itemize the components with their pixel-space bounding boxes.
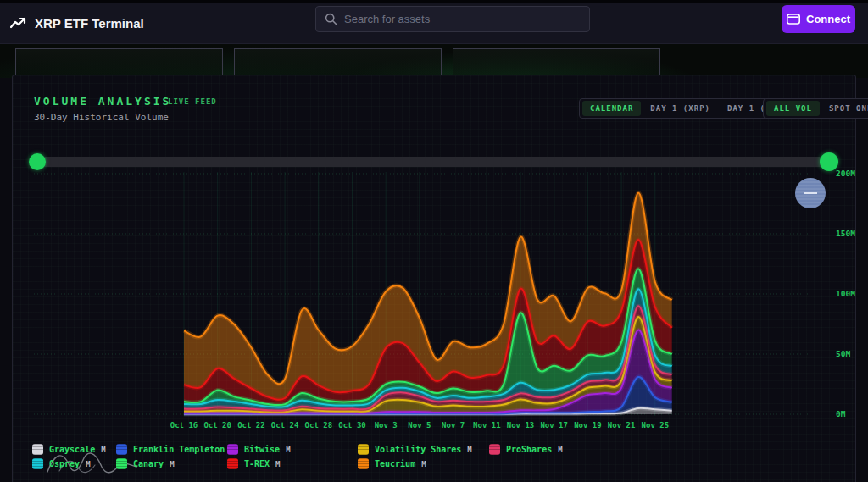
y-tick-label: 50M: [836, 349, 850, 358]
legend-item-bitwise[interactable]: BitwiseM: [227, 444, 291, 455]
legend-label: Bitwise: [244, 445, 280, 454]
legend-swatch: [489, 444, 500, 455]
legend-label: Teucrium: [375, 459, 415, 468]
x-tick-label: Oct 24: [271, 421, 299, 429]
legend-label: Osprey: [49, 459, 80, 468]
legend-swatch: [32, 444, 43, 455]
day1-xrp-button[interactable]: DAY 1 (XRP): [643, 101, 718, 116]
x-tick-label: Nov 21: [608, 421, 636, 429]
legend-item-teucrium[interactable]: TeucriumM: [358, 458, 426, 469]
legend-badge: M: [286, 446, 290, 454]
legend-label: ProShares: [506, 445, 552, 454]
legend-badge: M: [101, 446, 105, 454]
y-tick-label: 150M: [836, 229, 855, 238]
connect-button[interactable]: Connect: [782, 5, 855, 33]
search-input[interactable]: [344, 13, 581, 25]
connect-label: Connect: [806, 13, 850, 25]
calendar-button[interactable]: CALENDAR: [582, 101, 641, 116]
spot-only-button[interactable]: SPOT ONLY: [821, 101, 868, 116]
legend-label: Canary: [133, 459, 164, 468]
x-tick-label: Nov 7: [442, 421, 465, 429]
search-box: [315, 6, 590, 32]
legend-badge: M: [170, 460, 174, 468]
volume-filter-group: ALL VOL SPOT ONLY: [763, 98, 868, 119]
legend-label: Volatility Shares: [375, 445, 461, 454]
legend-swatch: [358, 444, 369, 455]
legend-item-volatility-shares[interactable]: Volatility SharesM: [358, 444, 472, 455]
x-tick-label: Nov 25: [642, 421, 670, 429]
legend-label: Franklin Templeton: [133, 445, 225, 454]
x-tick-label: Oct 20: [203, 421, 231, 429]
legend-swatch: [358, 458, 369, 469]
legend-label: Grayscale: [49, 445, 95, 454]
x-tick-label: Nov 13: [507, 421, 535, 429]
legend-item-t-rex[interactable]: T-REXM: [227, 458, 281, 469]
panel-title: VOLUME ANALYSIS: [34, 95, 171, 108]
legend-badge: M: [558, 446, 562, 454]
volume-analysis-panel: [12, 75, 856, 482]
brand: XRP ETF Terminal: [10, 16, 144, 31]
app-title: XRP ETF Terminal: [35, 16, 144, 30]
x-tick-label: Oct 22: [237, 421, 265, 429]
y-tick-label: 100M: [836, 289, 855, 298]
legend-swatch: [116, 458, 127, 469]
x-tick-label: Nov 11: [473, 421, 501, 429]
search-icon: [325, 13, 337, 25]
zoom-out-button[interactable]: [795, 178, 826, 208]
legend-badge: M: [275, 460, 280, 468]
legend-item-proshares[interactable]: ProSharesM: [489, 444, 563, 455]
slider-handle-left[interactable]: [29, 153, 46, 170]
x-tick-label: Nov 5: [408, 421, 431, 429]
x-tick-label: Nov 19: [574, 421, 602, 429]
legend-label: T-REX: [244, 459, 270, 468]
legend-badge: M: [86, 460, 90, 468]
y-tick-label: 0M: [836, 409, 845, 418]
x-tick-label: Nov 3: [375, 421, 398, 429]
all-vol-button[interactable]: ALL VOL: [766, 101, 820, 116]
wallet-icon: [787, 14, 800, 25]
chart-line-icon: [10, 16, 27, 31]
legend-swatch: [227, 444, 238, 455]
legend-swatch: [116, 444, 127, 455]
x-tick-label: Nov 17: [540, 421, 568, 429]
legend-item-grayscale[interactable]: GrayscaleM: [32, 444, 106, 455]
live-feed-badge: LIVE FEED: [168, 97, 217, 106]
legend-badge: M: [467, 446, 471, 454]
stat-card-fragment: [453, 48, 660, 77]
legend-swatch: [32, 458, 43, 469]
x-tick-label: Oct 16: [170, 421, 198, 429]
date-range-slider-track[interactable]: [32, 157, 832, 167]
stat-card-fragment: [15, 48, 223, 77]
stat-card-fragment: [234, 48, 442, 77]
legend-item-osprey[interactable]: OspreyM: [32, 458, 91, 469]
legend-swatch: [227, 458, 238, 469]
y-tick-label: 200M: [836, 169, 855, 178]
legend-item-canary[interactable]: CanaryM: [116, 458, 175, 469]
legend-item-franklin-templeton[interactable]: Franklin TempletonM: [116, 444, 236, 455]
panel-subtitle: 30-Day Historical Volume: [34, 112, 169, 123]
legend-badge: M: [421, 460, 426, 468]
x-tick-label: Oct 28: [305, 421, 333, 429]
x-tick-label: Oct 30: [338, 421, 366, 429]
